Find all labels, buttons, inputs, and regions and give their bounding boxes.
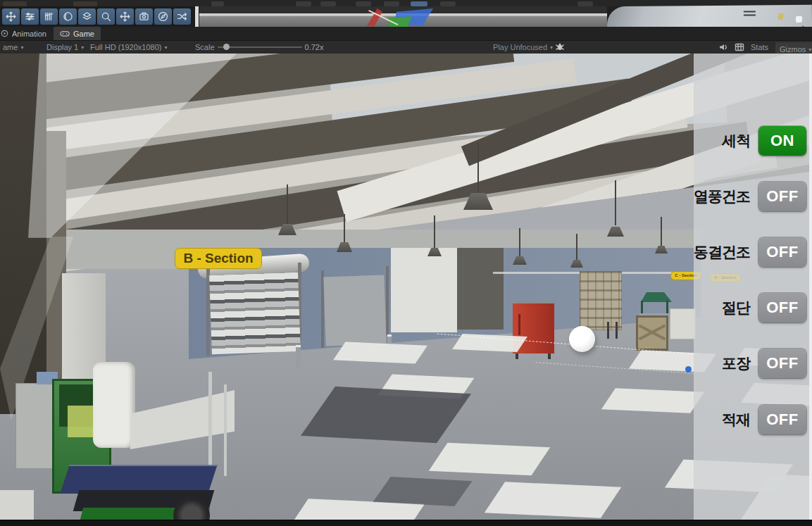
compass-icon[interactable] <box>154 8 172 25</box>
toolbar-button-cropped[interactable] <box>211 1 224 6</box>
toggle-button-off[interactable]: OFF <box>758 293 806 323</box>
toggle-button-off[interactable]: OFF <box>758 405 806 434</box>
gizmo-handle-dot[interactable] <box>685 366 692 372</box>
dropdown-arrow-icon: ▾ <box>808 46 811 53</box>
toggle-button-off[interactable]: OFF <box>758 349 806 378</box>
cabinet-handle <box>518 314 520 335</box>
camera-frustum-gizmo <box>366 8 433 27</box>
toolbar-button-cropped[interactable] <box>440 1 456 6</box>
conveyor-ramp <box>130 390 235 449</box>
tool-strip <box>0 6 199 27</box>
debug-bug-icon[interactable] <box>555 41 565 54</box>
grey-machine <box>15 383 58 469</box>
floor-tile <box>429 443 550 476</box>
pendant-lamp <box>463 142 493 210</box>
scale-slider-knob[interactable] <box>223 44 230 50</box>
resolution-label: Full HD (1920x1080) <box>90 43 162 51</box>
audio-mute-icon[interactable] <box>718 41 728 54</box>
move-tool-icon[interactable] <box>2 8 20 25</box>
process-label: 절단 <box>722 298 750 318</box>
tab-label: Game <box>73 30 94 38</box>
game-view-toolbar: ame▾ Display 1▾ Full HD (1920x1080)▾ Sca… <box>0 40 812 54</box>
roller-curtain <box>209 273 301 354</box>
scene-view-sliver <box>199 6 607 27</box>
process-control-panel: 세척 ON 열풍건조 OFF 동결건조 OFF 절단 OFF 포장 OFF 적재… <box>694 54 812 520</box>
grid-paint-icon[interactable] <box>40 8 58 25</box>
game-view-3d-scene[interactable]: B - Section C - Section D - Section 세척 O… <box>0 54 812 520</box>
pendant-lamp <box>427 215 442 256</box>
ramp-post <box>224 384 227 476</box>
step-button-active-cropped[interactable] <box>411 1 427 6</box>
process-label: 세척 <box>722 131 750 151</box>
floor-tile <box>452 334 527 352</box>
process-row: 적재 OFF <box>694 405 806 434</box>
layers-icon[interactable] <box>78 8 96 25</box>
tab-animation[interactable]: Animation <box>0 27 53 40</box>
process-label: 적재 <box>722 410 750 430</box>
wooden-crate <box>636 315 668 351</box>
toggle-button-on[interactable]: ON <box>758 126 806 156</box>
pivot-button-cropped[interactable] <box>3 1 27 6</box>
scale-slider[interactable] <box>218 46 302 48</box>
ramp-post <box>208 372 212 466</box>
animation-clock-icon <box>1 30 8 37</box>
white-boxes <box>670 308 696 339</box>
scale-value: 0.72x <box>305 43 324 51</box>
play-mode-dropdown[interactable]: Play Unfocused▾ <box>493 41 553 54</box>
robot-cart-machine <box>0 356 254 520</box>
local-button-cropped[interactable] <box>73 1 97 6</box>
properties-sliders-icon[interactable] <box>21 8 39 25</box>
overlay-speck <box>777 13 784 20</box>
play-button-cropped[interactable] <box>356 1 371 6</box>
pause-button-cropped[interactable] <box>384 1 399 6</box>
process-row: 절단 OFF <box>694 293 806 323</box>
toggle-button-off[interactable]: OFF <box>758 237 806 267</box>
view-menu-label: ame <box>3 43 18 51</box>
toggle-button-off[interactable]: OFF <box>758 182 806 211</box>
vsync-grid-icon[interactable] <box>735 41 744 54</box>
pendant-lamp <box>607 180 624 237</box>
machine-post <box>386 266 389 335</box>
toolbar-button-cropped[interactable] <box>577 1 593 6</box>
dropdown-arrow-icon: ▾ <box>20 44 23 51</box>
pane-divider <box>195 6 199 27</box>
floor-tile <box>485 482 622 518</box>
floor-shadow <box>373 477 473 506</box>
search-icon[interactable] <box>97 8 115 25</box>
render-view-icon[interactable] <box>135 8 153 25</box>
shuffle-icon[interactable] <box>173 8 191 25</box>
floor-post <box>296 345 301 370</box>
tab-bar: Animation Game <box>0 27 812 40</box>
process-label: 열풍건조 <box>694 187 750 206</box>
play-mode-label: Play Unfocused <box>493 43 547 51</box>
toolbar-button-cropped[interactable] <box>296 1 311 6</box>
view-menu-dropdown[interactable]: ame▾ <box>3 41 23 54</box>
toolbar-button-cropped[interactable] <box>320 1 336 6</box>
gamepad-icon <box>60 30 70 37</box>
resolution-dropdown[interactable]: Full HD (1920x1080)▾ <box>90 41 168 54</box>
gizmos-label: Gizmos <box>780 45 806 54</box>
transform-icon[interactable] <box>116 8 134 25</box>
tab-game[interactable]: Game <box>54 27 101 40</box>
stats-label: Stats <box>751 43 768 51</box>
process-label: 포장 <box>722 353 750 373</box>
display-dropdown[interactable]: Display 1▾ <box>46 41 84 54</box>
floor-tile <box>333 342 427 363</box>
roller-machine-2 <box>318 262 392 351</box>
pendant-lamp <box>513 228 527 265</box>
wall-dark-section <box>457 248 504 330</box>
process-label: 동결건조 <box>694 242 750 262</box>
white-sphere <box>569 326 595 352</box>
stand-post <box>607 322 609 339</box>
cart-deck <box>60 465 217 494</box>
scale-label: Scale <box>195 43 215 51</box>
process-row: 동결건조 OFF <box>694 237 806 267</box>
sphere-icon[interactable] <box>59 8 77 25</box>
stats-button[interactable]: Stats <box>751 41 768 54</box>
floor-shadow <box>301 387 471 443</box>
dropdown-arrow-icon: ▾ <box>165 44 168 51</box>
robot-arm-column <box>93 362 135 448</box>
tab-label: Animation <box>12 30 46 38</box>
process-row: 세척 ON <box>694 126 806 156</box>
roller-curtain <box>323 275 386 346</box>
